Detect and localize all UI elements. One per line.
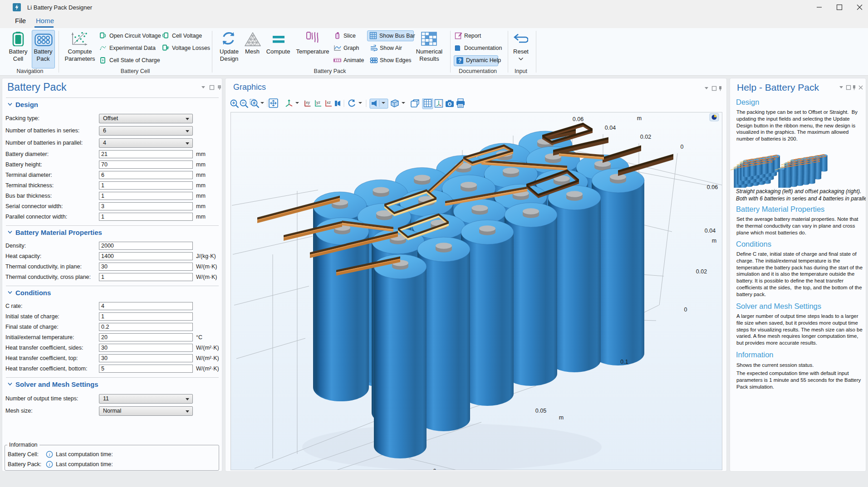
svg-text:0: 0 — [684, 307, 687, 313]
svg-text:0.06: 0.06 — [573, 116, 584, 122]
svg-text:0: 0 — [433, 468, 436, 470]
svg-text:0.05: 0.05 — [535, 408, 546, 414]
svg-text:xz: xz — [327, 100, 331, 105]
svg-text:i: i — [49, 452, 50, 457]
svg-text:0: 0 — [681, 144, 684, 150]
svg-text:m: m — [637, 115, 642, 122]
svg-text:0.02: 0.02 — [696, 268, 707, 275]
svg-text:0.04: 0.04 — [705, 228, 716, 234]
svg-text:0.06: 0.06 — [707, 184, 718, 190]
svg-text:0.02: 0.02 — [640, 134, 651, 140]
svg-text:0.1: 0.1 — [620, 359, 628, 365]
svg-text:?: ? — [458, 58, 461, 64]
svg-text:i: i — [49, 462, 50, 467]
svg-text:yz: yz — [316, 100, 321, 105]
svg-text:xy: xy — [306, 100, 310, 105]
svg-text:m: m — [559, 414, 564, 421]
svg-text:m: m — [712, 238, 716, 244]
svg-text:0.04: 0.04 — [605, 125, 616, 131]
